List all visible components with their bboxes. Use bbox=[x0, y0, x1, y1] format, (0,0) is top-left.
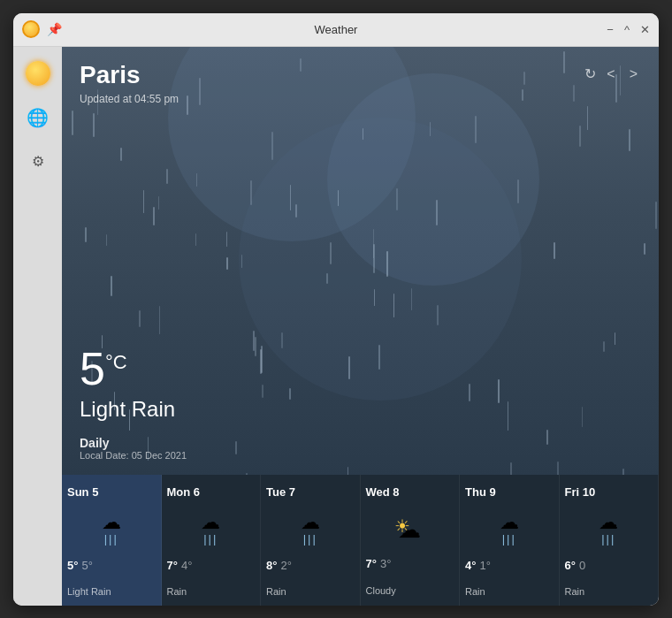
forecast-temps: 6° 0 bbox=[565, 559, 586, 572]
raindrop bbox=[554, 242, 555, 260]
globe-icon: 🌐 bbox=[27, 107, 49, 128]
forecast-high: 8° bbox=[266, 559, 277, 572]
forecast-icon: ☁ ||| bbox=[301, 513, 320, 545]
forecast-condition: Rain bbox=[565, 586, 585, 597]
raindrop bbox=[241, 255, 243, 269]
sidebar-item-globe[interactable]: 🌐 bbox=[22, 102, 54, 134]
hero-header: Paris Updated at 04:55 pm ↻ < > bbox=[80, 61, 641, 105]
daily-section: Daily Local Date: 05 Dec 2021 bbox=[80, 436, 187, 461]
raindrop bbox=[226, 257, 228, 270]
forecast-day-name: Mon 6 bbox=[167, 485, 201, 499]
forecast-day[interactable]: Sun 5 ☁ ||| 5° 5° Light Rain bbox=[62, 475, 162, 606]
forecast-day[interactable]: Tue 7 ☁ ||| 8° 2° Rain bbox=[261, 475, 361, 606]
forecast-temps: 7° 3° bbox=[366, 557, 392, 570]
forecast-day-name: Sun 5 bbox=[67, 485, 98, 499]
raindrop bbox=[330, 242, 332, 264]
raindrop bbox=[393, 294, 395, 317]
raindrop bbox=[411, 288, 413, 309]
forecast-weather-icon: ☁ ||| bbox=[201, 513, 220, 545]
next-button[interactable]: > bbox=[626, 65, 641, 84]
forecast-day[interactable]: Wed 8 ☀ ☁ 7° 3° Cloudy bbox=[361, 475, 461, 606]
city-info: Paris Updated at 04:55 pm bbox=[80, 61, 179, 105]
raindrop bbox=[655, 202, 657, 229]
maximize-button[interactable]: ^ bbox=[624, 23, 630, 36]
forecast-condition: Rain bbox=[167, 586, 187, 597]
raindrop bbox=[281, 332, 283, 347]
forecast-low: 5° bbox=[81, 559, 92, 572]
raindrop bbox=[255, 337, 256, 356]
raindrop bbox=[93, 113, 95, 137]
forecast-day-name: Thu 9 bbox=[465, 485, 496, 499]
raindrop bbox=[261, 346, 263, 373]
forecast-day[interactable]: Thu 9 ☁ ||| 4° 1° Rain bbox=[460, 475, 560, 606]
raindrop bbox=[120, 148, 122, 161]
forecast-condition: Rain bbox=[266, 586, 286, 597]
raindrop bbox=[159, 306, 161, 334]
raindrop bbox=[166, 169, 168, 184]
minimize-button[interactable]: − bbox=[607, 23, 614, 36]
forecast-low: 0 bbox=[579, 559, 585, 572]
raindrop bbox=[374, 289, 376, 306]
content-area: 🌐 ⚙ Paris Updated at 04:55 pm bbox=[13, 47, 659, 606]
forecast-high: 7° bbox=[366, 557, 377, 570]
forecast-day-name: Fri 10 bbox=[565, 485, 596, 499]
raindrop bbox=[271, 132, 273, 159]
raindrop bbox=[615, 332, 616, 346]
forecast-weather-icon: ☁ ||| bbox=[500, 513, 519, 545]
raindrop bbox=[347, 467, 349, 475]
app-icon bbox=[22, 20, 40, 38]
forecast-low: 1° bbox=[479, 559, 490, 572]
forecast-condition: Light Rain bbox=[67, 586, 111, 597]
raindrop bbox=[469, 384, 470, 401]
refresh-button[interactable]: ↻ bbox=[584, 65, 596, 82]
temperature-display: 5°C bbox=[80, 346, 175, 392]
raindrop bbox=[195, 233, 197, 246]
raindrop bbox=[517, 179, 519, 203]
sidebar-item-settings[interactable]: ⚙ bbox=[22, 146, 54, 178]
raindrop bbox=[557, 462, 559, 475]
forecast-day-name: Tue 7 bbox=[266, 485, 295, 499]
prev-button[interactable]: < bbox=[603, 65, 618, 84]
forecast-weather-icon: ☁ ||| bbox=[599, 513, 618, 545]
raindrop bbox=[338, 190, 340, 207]
sidebar-item-weather[interactable] bbox=[22, 57, 54, 89]
raindrop bbox=[436, 200, 438, 225]
raindrop bbox=[85, 227, 87, 242]
raindrop bbox=[295, 204, 297, 217]
pin-button[interactable]: 📌 bbox=[47, 22, 62, 36]
raindrop bbox=[196, 173, 198, 187]
raindrop bbox=[235, 441, 237, 454]
raindrop bbox=[582, 407, 584, 427]
weather-hero: Paris Updated at 04:55 pm ↻ < > 5°C Ligh… bbox=[62, 47, 659, 475]
raindrop bbox=[508, 401, 509, 431]
local-date: Local Date: 05 Dec 2021 bbox=[80, 450, 187, 461]
last-updated: Updated at 04:55 pm bbox=[80, 93, 179, 105]
forecast-icon: ☁ ||| bbox=[201, 513, 220, 545]
forecast-low: 3° bbox=[380, 557, 391, 570]
forecast-bar: Sun 5 ☁ ||| 5° 5° Light Rain Mon 6 ☁ |||… bbox=[62, 475, 659, 606]
forecast-icon: ☀ ☁ bbox=[398, 514, 421, 542]
raindrop bbox=[250, 180, 252, 205]
raindrop bbox=[386, 251, 388, 277]
raindrop bbox=[603, 341, 605, 352]
raindrop bbox=[437, 305, 439, 325]
city-name: Paris bbox=[80, 61, 179, 89]
forecast-icon: ☁ ||| bbox=[102, 513, 121, 545]
raindrop bbox=[143, 190, 145, 213]
forecast-high: 7° bbox=[167, 559, 178, 572]
forecast-condition: Rain bbox=[465, 586, 485, 597]
forecast-day-name: Wed 8 bbox=[366, 485, 400, 499]
sliders-icon: ⚙ bbox=[32, 153, 44, 170]
window-controls: − ^ ✕ bbox=[607, 23, 650, 36]
raindrop bbox=[510, 462, 512, 475]
raindrop bbox=[629, 129, 630, 151]
forecast-weather-icon: ☁ ||| bbox=[301, 513, 320, 545]
forecast-weather-icon: ☀ ☁ bbox=[398, 515, 421, 542]
raindrop bbox=[498, 379, 500, 403]
forecast-condition: Cloudy bbox=[366, 585, 396, 596]
raindrop bbox=[373, 244, 375, 272]
forecast-day[interactable]: Fri 10 ☁ ||| 6° 0 Rain bbox=[560, 475, 660, 606]
forecast-day[interactable]: Mon 6 ☁ ||| 7° 4° Rain bbox=[162, 475, 262, 606]
close-button[interactable]: ✕ bbox=[640, 23, 650, 36]
raindrop bbox=[475, 116, 477, 143]
